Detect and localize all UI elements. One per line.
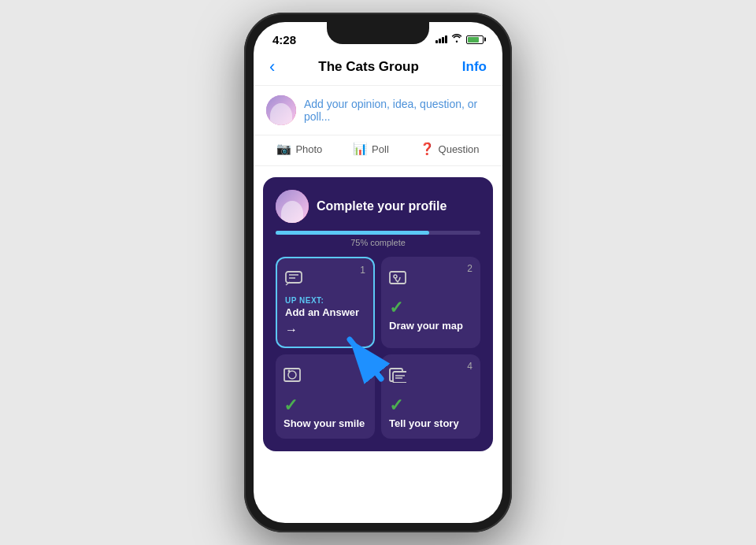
svg-rect-12 xyxy=(393,372,406,383)
svg-point-7 xyxy=(394,275,397,278)
task-1-icon xyxy=(285,271,302,291)
header-title: The Cats Group xyxy=(318,59,419,75)
question-icon: ❓ xyxy=(420,142,435,156)
photo-button[interactable]: 📷 Photo xyxy=(276,142,322,156)
task-draw-map[interactable]: 2 ✓ Draw your map xyxy=(381,257,480,348)
svg-point-10 xyxy=(288,369,291,372)
photo-label: Photo xyxy=(295,143,322,155)
task-3-icon xyxy=(284,367,301,387)
task-3-label: Show your smile xyxy=(284,417,367,429)
task-3-check: ✓ xyxy=(284,395,367,416)
poll-label: Poll xyxy=(372,143,389,155)
progress-bar-background xyxy=(276,231,480,235)
profile-card-header: Complete your profile xyxy=(276,190,480,223)
task-show-smile[interactable]: 3 ✓ Show your smile xyxy=(276,354,375,439)
signal-icon xyxy=(435,35,447,43)
question-button[interactable]: ❓ Question xyxy=(420,142,480,156)
user-avatar xyxy=(266,95,296,125)
battery-icon xyxy=(466,35,484,44)
phone-frame: 4:28 xyxy=(244,13,512,532)
task-2-check: ✓ xyxy=(389,298,472,318)
info-button[interactable]: Info xyxy=(462,59,487,75)
poll-button[interactable]: 📊 Poll xyxy=(353,142,389,156)
action-buttons-row: 📷 Photo 📊 Poll ❓ Question xyxy=(254,135,502,166)
phone-screen: 4:28 xyxy=(254,22,502,523)
progress-section: 75% complete xyxy=(276,231,480,247)
task-4-label: Tell your story xyxy=(389,417,472,429)
task-4-check: ✓ xyxy=(389,395,472,416)
task-1-arrow: → xyxy=(285,323,298,337)
wifi-icon xyxy=(451,34,462,45)
profile-completion-card: Complete your profile 75% complete 1 xyxy=(263,177,493,451)
profile-title: Complete your profile xyxy=(317,199,447,213)
svg-rect-0 xyxy=(286,272,302,283)
progress-label: 75% complete xyxy=(276,238,480,247)
poll-icon: 📊 xyxy=(353,142,368,156)
status-icons xyxy=(435,34,484,45)
post-input[interactable]: Add your opinion, idea, question, or pol… xyxy=(304,98,490,123)
task-1-label: Add an Answer xyxy=(285,306,365,318)
task-4-icon xyxy=(389,367,406,387)
post-area: Add your opinion, idea, question, or pol… xyxy=(254,86,502,135)
task-1-up-next: UP NEXT: xyxy=(285,296,365,305)
status-time: 4:28 xyxy=(272,33,296,46)
profile-avatar xyxy=(276,190,309,223)
task-2-icon xyxy=(389,269,406,290)
back-button[interactable]: ‹ xyxy=(269,57,275,77)
progress-bar-fill xyxy=(276,231,429,235)
question-label: Question xyxy=(439,143,480,155)
task-add-answer[interactable]: 1 UP NEXT: Add an Answer xyxy=(276,257,375,348)
task-2-label: Draw your map xyxy=(389,320,472,332)
svg-point-9 xyxy=(288,371,296,379)
photo-icon: 📷 xyxy=(276,142,291,156)
app-header: ‹ The Cats Group Info xyxy=(254,52,502,86)
tasks-grid: 1 UP NEXT: Add an Answer xyxy=(276,257,480,439)
task-tell-story[interactable]: 4 ✓ Tell your story xyxy=(381,354,480,439)
phone-notch xyxy=(327,22,429,44)
